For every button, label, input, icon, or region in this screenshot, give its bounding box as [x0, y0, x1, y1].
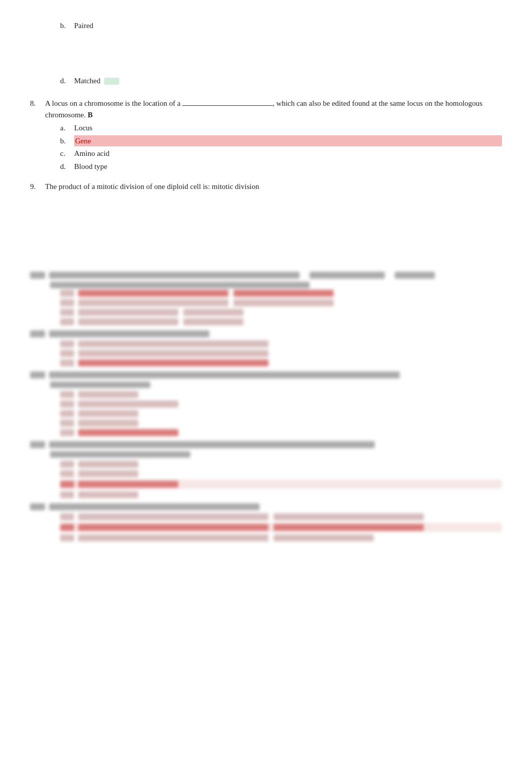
- question-8: 8. A locus on a chromosome is the locati…: [30, 98, 502, 172]
- answer-letter-d: d.: [60, 75, 74, 87]
- q8-number: 8.: [30, 99, 45, 108]
- answer-text-matched: Matched: [74, 75, 502, 87]
- q8-text-a: Locus: [74, 122, 502, 134]
- q9-text: The product of a mitotic division of one…: [45, 181, 502, 192]
- q8-letter-b: b.: [60, 135, 74, 147]
- q8-answer-a: a. Locus: [60, 122, 502, 134]
- answer-letter-b: b.: [60, 20, 74, 32]
- question-9: 9. The product of a mitotic division of …: [30, 181, 502, 192]
- blurred-q10: [30, 272, 502, 325]
- q8-text-d: Blood type: [74, 161, 502, 172]
- q8-answer-indicator: B: [88, 111, 93, 119]
- q8-text-b: Gene: [74, 135, 502, 147]
- answer-text-paired: Paired: [74, 20, 502, 32]
- q8-text: A locus on a chromosome is the location …: [45, 98, 502, 120]
- gap-3: [30, 202, 502, 267]
- q8-answer-d: d. Blood type: [60, 161, 502, 172]
- q9-number: 9.: [30, 182, 45, 191]
- blurred-q13: [30, 441, 502, 498]
- q8-answers: a. Locus b. Gene c. Amino acid d. Blood …: [60, 122, 502, 172]
- q8-letter-d: d.: [60, 161, 74, 172]
- q8-answer-b: b. Gene: [60, 135, 502, 147]
- answer-d-matched: d. Matched: [60, 75, 502, 87]
- q8-blank: [182, 105, 273, 106]
- q8-line: 8. A locus on a chromosome is the locati…: [30, 98, 502, 120]
- blurred-q14: [30, 503, 502, 541]
- gap-2: [30, 88, 502, 98]
- q8-letter-a: a.: [60, 122, 74, 134]
- gap-1: [30, 33, 502, 73]
- answer-b-paired: b. Paired: [60, 20, 502, 32]
- q9-line: 9. The product of a mitotic division of …: [30, 181, 502, 192]
- q8-answer-c: c. Amino acid: [60, 148, 502, 159]
- q8-text-c: Amino acid: [74, 148, 502, 159]
- q8-letter-c: c.: [60, 148, 74, 159]
- blurred-q11: [30, 330, 502, 366]
- blurred-q12: [30, 371, 502, 436]
